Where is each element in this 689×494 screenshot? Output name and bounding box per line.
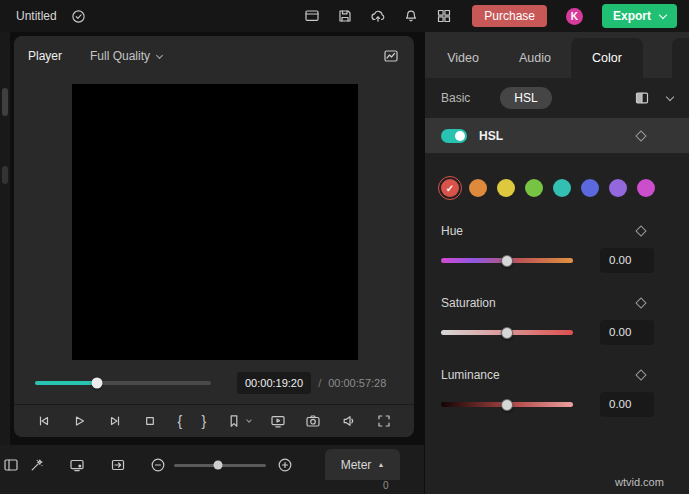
hue-slider[interactable] (441, 248, 573, 273)
panel-handle[interactable] (2, 88, 8, 116)
export-chevron-down-icon (659, 10, 667, 18)
properties-panel: Video Audio Color Basic HSL HSL ✓ (425, 32, 689, 494)
notifications-bell-icon[interactable] (402, 7, 420, 25)
current-timecode[interactable]: 00:00:19:20 (237, 372, 311, 394)
meter-caret-up-icon: ▲ (377, 461, 384, 468)
video-preview (72, 84, 358, 360)
saturation-control: Saturation 0.00 (425, 296, 689, 345)
playback-progress (35, 381, 97, 385)
saturation-slider[interactable] (441, 320, 573, 345)
swatch-magenta[interactable] (637, 179, 655, 197)
cloud-upload-icon[interactable] (369, 7, 387, 25)
subtab-hsl[interactable]: HSL (500, 87, 551, 109)
keyframe-icon[interactable] (635, 297, 646, 308)
topbar-left: Untitled (12, 7, 88, 25)
luminance-slider-handle[interactable] (501, 399, 513, 411)
tab-color[interactable]: Color (571, 38, 643, 78)
playhead-handle[interactable] (91, 378, 102, 389)
hsl-toggle[interactable] (441, 129, 467, 143)
mark-in-icon[interactable]: { (177, 413, 182, 429)
luminance-control: Luminance 0.00 (425, 368, 689, 417)
mark-out-icon[interactable]: } (201, 413, 206, 429)
timeline-zoom-slider[interactable] (174, 457, 266, 473)
timeline-toolbar: Meter ▲ (0, 445, 424, 494)
color-subtabs: Basic HSL (425, 78, 689, 118)
keyframe-icon[interactable] (635, 369, 646, 380)
player-panel-title: Player (28, 49, 62, 63)
screen-record-icon[interactable] (69, 457, 85, 473)
tab-video[interactable]: Video (427, 38, 499, 78)
luminance-value-field[interactable]: 0.00 (600, 392, 654, 417)
swatch-green[interactable] (525, 179, 543, 197)
swatch-teal[interactable] (553, 179, 571, 197)
hsl-section-header: HSL (425, 118, 689, 153)
swatch-red[interactable]: ✓ (441, 179, 459, 197)
speaker-icon[interactable] (341, 413, 357, 429)
hue-label: Hue (441, 224, 463, 238)
snapshot-camera-icon[interactable] (305, 413, 321, 429)
quality-label: Full Quality (90, 49, 150, 63)
swatch-yellow[interactable] (497, 179, 515, 197)
panel-handle[interactable] (2, 166, 8, 184)
keyframe-icon[interactable] (635, 225, 646, 236)
previous-frame-icon[interactable] (36, 413, 52, 429)
meter-label: Meter (341, 458, 372, 472)
magic-wand-icon[interactable] (29, 457, 45, 473)
luminance-slider[interactable] (441, 392, 573, 417)
meter-button[interactable]: Meter ▲ (325, 449, 400, 480)
compare-view-icon[interactable] (633, 89, 651, 107)
workspace-grid-icon[interactable] (435, 7, 453, 25)
user-avatar[interactable]: K (566, 8, 583, 25)
saturation-value-field[interactable]: 0.00 (600, 320, 654, 345)
play-icon[interactable] (71, 413, 87, 429)
hue-value-field[interactable]: 0.00 (600, 248, 654, 273)
stop-icon[interactable] (142, 413, 158, 429)
tab-partial[interactable] (672, 38, 689, 78)
export-label: Export (613, 9, 651, 23)
panel-tabs: Video Audio Color (425, 32, 689, 78)
zoom-slider-handle[interactable] (214, 461, 223, 470)
timecode-separator: / (318, 377, 321, 389)
zoom-out-icon[interactable] (150, 457, 166, 473)
save-icon[interactable] (336, 7, 354, 25)
saturation-label: Saturation (441, 296, 496, 310)
project-title[interactable]: Untitled (16, 9, 57, 23)
swatch-orange[interactable] (469, 179, 487, 197)
subtab-icons (633, 89, 673, 107)
keyframe-icon[interactable] (635, 130, 646, 141)
next-frame-icon[interactable] (107, 413, 123, 429)
panel-toggle-icon[interactable] (3, 457, 19, 473)
player-panel: Player Full Quality 00:00:19:20 / 00:00:… (14, 36, 414, 437)
total-timecode: 00:00:57:28 (328, 377, 386, 389)
swatch-purple[interactable] (609, 179, 627, 197)
hsl-section-title: HSL (479, 129, 503, 143)
player-header: Player Full Quality (14, 36, 414, 76)
export-button[interactable]: Export (602, 4, 677, 28)
hue-slider-handle[interactable] (501, 255, 513, 267)
zoom-in-icon[interactable] (277, 457, 293, 473)
fullscreen-icon[interactable] (376, 413, 392, 429)
scope-view-icon[interactable] (382, 47, 400, 65)
marker-dropdown[interactable] (226, 413, 251, 429)
luminance-label: Luminance (441, 368, 500, 382)
swatch-blue[interactable] (581, 179, 599, 197)
purchase-button[interactable]: Purchase (472, 5, 547, 27)
saturation-slider-handle[interactable] (501, 327, 513, 339)
playback-scrubber[interactable] (35, 381, 211, 385)
subtab-basic[interactable]: Basic (441, 91, 470, 105)
toggle-knob (455, 131, 465, 141)
topbar-right: Purchase K Export (303, 4, 677, 28)
meter-scale-value: 0 (383, 480, 389, 491)
tab-audio[interactable]: Audio (499, 38, 571, 78)
window-layout-icon[interactable] (303, 7, 321, 25)
hue-control: Hue 0.00 (425, 224, 689, 273)
app-root: Untitled Purchase K (0, 0, 689, 494)
quality-chevron-down-icon (156, 51, 163, 58)
quality-dropdown[interactable]: Full Quality (90, 49, 162, 63)
collapsed-panel-strip (0, 32, 10, 445)
hsl-color-swatches: ✓ (441, 179, 655, 197)
selected-check-icon: ✓ (441, 179, 459, 197)
second-screen-icon[interactable] (270, 413, 286, 429)
section-chevron-down-icon[interactable] (666, 92, 674, 100)
auto-reframe-icon[interactable] (110, 457, 126, 473)
